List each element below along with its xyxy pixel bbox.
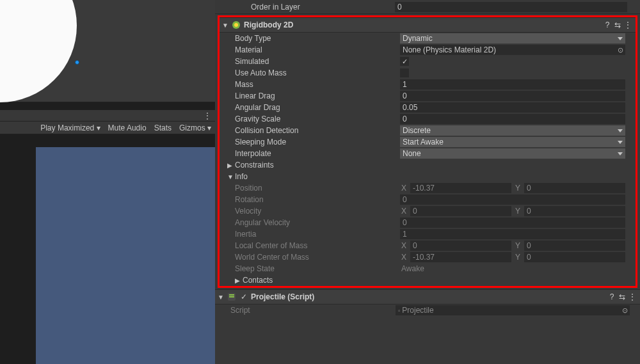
- fold-toggle-icon[interactable]: ▼: [218, 294, 227, 301]
- x-label: X: [400, 184, 408, 193]
- svg-point-1: [234, 23, 238, 27]
- position-label: Position: [235, 184, 400, 193]
- projectile-script-title: Projectile (Script): [251, 292, 607, 301]
- y-label: Y: [514, 253, 522, 262]
- material-field[interactable]: None (Physics Material 2D): [400, 45, 625, 55]
- sleep-state-value: Awake: [400, 264, 424, 273]
- linear-drag-input[interactable]: [400, 91, 625, 101]
- angular-drag-input[interactable]: [400, 102, 625, 113]
- collision-detection-dropdown[interactable]: Discrete: [400, 125, 625, 136]
- velocity-y-field: [524, 206, 625, 216]
- play-maximized-dropdown[interactable]: Play Maximized ▾: [36, 122, 104, 134]
- script-label: Script: [230, 306, 396, 315]
- panel-divider: [0, 102, 215, 110]
- angular-velocity-field: [400, 218, 625, 228]
- svg-rect-4: [229, 296, 234, 297]
- mass-input[interactable]: [400, 79, 625, 90]
- contacts-foldout[interactable]: ▶ Contacts: [220, 274, 636, 286]
- fold-toggle-icon[interactable]: ▼: [222, 22, 231, 29]
- preset-icon[interactable]: ⇆: [617, 292, 627, 301]
- svg-rect-3: [229, 294, 234, 296]
- interpolate-label: Interpolate: [235, 149, 400, 158]
- y-label: Y: [514, 207, 522, 216]
- position-x-field: [410, 183, 511, 193]
- rigidbody2d-header[interactable]: ▼ Rigidbody 2D ? ⇆ ⋮: [220, 17, 636, 33]
- mute-audio-button[interactable]: Mute Audio: [104, 122, 150, 134]
- local-com-y-field: [524, 241, 625, 251]
- chevron-right-icon: ▶: [227, 162, 235, 169]
- constraints-foldout[interactable]: ▶ Constraints: [220, 159, 636, 171]
- rotation-label: Rotation: [235, 195, 400, 204]
- world-com-x-field: [410, 252, 511, 262]
- inspector-panel: Order in Layer ▼ Rigidbody 2D ? ⇆ ⋮ Body…: [215, 0, 640, 364]
- stats-button[interactable]: Stats: [150, 122, 175, 134]
- rigidbody2d-title: Rigidbody 2D: [244, 20, 602, 29]
- x-label: X: [400, 207, 408, 216]
- sleeping-mode-label: Sleeping Mode: [235, 138, 400, 146]
- order-in-layer-input[interactable]: [395, 2, 627, 12]
- sleep-state-label: Sleep State: [235, 264, 400, 273]
- game-view[interactable]: [0, 134, 215, 364]
- transform-handle[interactable]: [75, 60, 79, 65]
- use-auto-mass-label: Use Auto Mass: [235, 68, 400, 77]
- script-enable-checkbox[interactable]: ✓: [239, 292, 248, 301]
- panel-menu-bar: ⋮: [0, 110, 215, 122]
- y-label: Y: [514, 184, 522, 193]
- gizmos-dropdown[interactable]: Gizmos ▾: [175, 122, 215, 134]
- scene-object-circle: [0, 0, 77, 102]
- component-menu-icon[interactable]: ⋮: [627, 292, 637, 301]
- local-com-x-field: [410, 241, 511, 251]
- velocity-x-field: [410, 206, 511, 216]
- order-in-layer-label: Order in Layer: [251, 3, 395, 12]
- rigidbody2d-icon: [231, 20, 241, 30]
- body-type-label: Body Type: [235, 34, 400, 43]
- material-label: Material: [235, 45, 400, 54]
- info-label: Info: [235, 172, 248, 181]
- inertia-label: Inertia: [235, 230, 400, 239]
- constraints-label: Constraints: [235, 161, 274, 170]
- preset-icon[interactable]: ⇆: [612, 20, 623, 29]
- contacts-label: Contacts: [243, 276, 273, 285]
- game-view-toolbar: Play Maximized ▾ Mute Audio Stats Gizmos…: [0, 122, 215, 134]
- x-label: X: [400, 241, 408, 250]
- mass-label: Mass: [235, 80, 400, 89]
- simulated-checkbox[interactable]: ✓: [400, 57, 409, 66]
- velocity-label: Velocity: [235, 207, 400, 216]
- simulated-label: Simulated: [235, 57, 400, 66]
- more-menu-icon[interactable]: ⋮: [204, 111, 212, 120]
- world-com-y-field: [524, 252, 625, 262]
- help-icon[interactable]: ?: [602, 20, 612, 29]
- interpolate-dropdown[interactable]: None: [400, 148, 625, 159]
- linear-drag-label: Linear Drag: [235, 91, 400, 100]
- y-label: Y: [514, 241, 522, 250]
- rotation-field: [400, 194, 625, 205]
- scene-view[interactable]: [0, 0, 215, 102]
- angular-velocity-label: Angular Velocity: [235, 218, 400, 227]
- x-label: X: [400, 253, 408, 262]
- local-com-label: Local Center of Mass: [235, 241, 400, 250]
- info-foldout[interactable]: ▼ Info: [220, 171, 636, 182]
- position-y-field: [524, 183, 625, 193]
- gravity-scale-label: Gravity Scale: [235, 115, 400, 123]
- body-type-dropdown[interactable]: Dynamic: [400, 33, 625, 44]
- chevron-right-icon: ▶: [235, 277, 243, 284]
- projectile-script-header[interactable]: ▼ ✓ Projectile (Script) ? ⇆ ⋮: [215, 289, 640, 305]
- sleeping-mode-dropdown[interactable]: Start Awake: [400, 137, 625, 147]
- component-menu-icon[interactable]: ⋮: [623, 20, 633, 29]
- script-icon: [227, 292, 237, 302]
- collision-detection-label: Collision Detection: [235, 126, 400, 135]
- inertia-field: [400, 229, 625, 239]
- help-icon[interactable]: ?: [607, 292, 617, 301]
- game-canvas: [36, 147, 215, 364]
- world-com-label: World Center of Mass: [235, 253, 400, 262]
- script-field[interactable]: ▫ Projectile: [396, 305, 630, 315]
- use-auto-mass-checkbox[interactable]: [400, 68, 409, 77]
- highlighted-component-box: ▼ Rigidbody 2D ? ⇆ ⋮ Body Type Dynamic M…: [218, 15, 637, 288]
- order-in-layer-row: Order in Layer: [215, 0, 640, 14]
- chevron-down-icon: ▼: [227, 173, 235, 180]
- gravity-scale-input[interactable]: [400, 114, 625, 124]
- angular-drag-label: Angular Drag: [235, 103, 400, 112]
